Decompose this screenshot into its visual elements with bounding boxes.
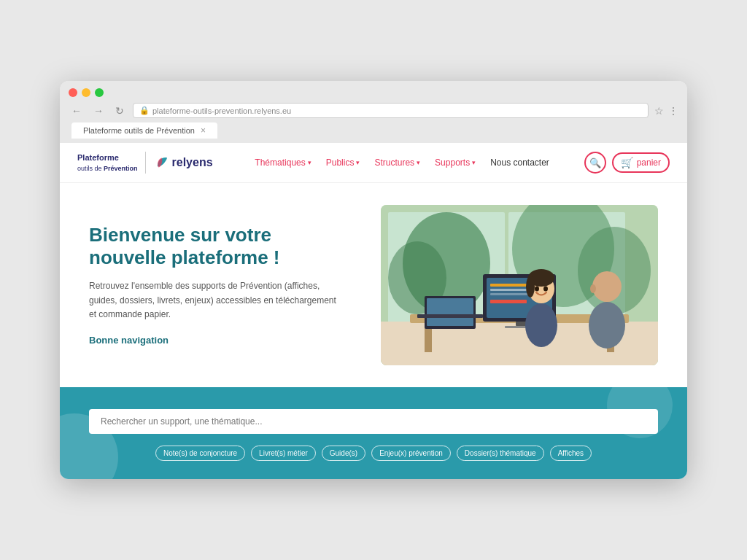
nav-publics[interactable]: Publics ▾ — [320, 155, 366, 171]
hero-text: Bienvenue sur votre nouvelle plateforme … — [89, 224, 359, 346]
browser-dots — [69, 88, 678, 97]
cart-icon: 🛒 — [621, 157, 633, 168]
svg-point-23 — [525, 303, 557, 347]
nav-links: Thématiques ▾ Publics ▾ Structures ▾ Sup… — [235, 155, 570, 171]
hero-title-line1: Bienvenue sur votre — [89, 224, 271, 246]
logo-line1: Plateforme — [77, 153, 119, 162]
svg-point-28 — [543, 287, 548, 292]
relyens-brand-text: relyens — [172, 156, 213, 169]
page-content: Plateforme outils de Prévention relyens — [60, 143, 687, 479]
forward-button[interactable]: → — [90, 104, 107, 118]
logo-text: Plateforme outils de Prévention — [77, 152, 138, 174]
tag-livret-metier[interactable]: Livret(s) métier — [251, 446, 316, 461]
tag-guides[interactable]: Guide(s) — [322, 446, 365, 461]
bookmark-icon[interactable]: ☆ — [654, 105, 664, 117]
tab-title: Plateforme outils de Prévention — [83, 126, 195, 135]
svg-rect-22 — [417, 314, 483, 318]
nav-structures-chevron: ▾ — [417, 159, 420, 166]
svg-point-29 — [589, 302, 625, 349]
svg-point-26 — [526, 276, 535, 298]
lock-icon: 🔒 — [139, 106, 150, 115]
nav-structures[interactable]: Structures ▾ — [368, 155, 426, 171]
tag-dossier-thematique[interactable]: Dossier(s) thématique — [457, 446, 544, 461]
menu-icon[interactable]: ⋮ — [668, 105, 678, 117]
logo-divider — [145, 152, 146, 174]
search-tags: Note(s) de conjoncture Livret(s) métier … — [89, 446, 658, 461]
hero-cta-link[interactable]: Bonne navigation — [89, 335, 169, 346]
tag-note-conjoncture[interactable]: Note(s) de conjoncture — [155, 446, 245, 461]
svg-point-27 — [535, 287, 539, 292]
search-input[interactable] — [89, 409, 658, 434]
tag-affiches[interactable]: Affiches — [550, 446, 592, 461]
cart-label: panier — [637, 158, 661, 168]
tag-enjeux-prevention[interactable]: Enjeu(x) prévention — [371, 446, 451, 461]
logo-relyens: relyens — [153, 155, 213, 171]
back-button[interactable]: ← — [69, 104, 85, 118]
browser-window: ← → ↻ 🔒 plateforme-outils-prevention.rel… — [60, 81, 687, 479]
address-bar[interactable]: 🔒 plateforme-outils-prevention.relyens.e… — [133, 103, 649, 118]
browser-chrome: ← → ↻ 🔒 plateforme-outils-prevention.rel… — [60, 81, 687, 143]
logo-area: Plateforme outils de Prévention relyens — [77, 152, 213, 174]
search-button[interactable]: 🔍 — [584, 152, 606, 174]
tab-bar: Plateforme outils de Prévention × — [69, 122, 678, 139]
nav-supports-label: Supports — [435, 158, 470, 168]
hero-title-line2: nouvelle plateforme ! — [89, 246, 280, 268]
nav-structures-label: Structures — [374, 158, 414, 168]
logo-plateforme: Plateforme outils de Prévention — [77, 152, 138, 174]
hero-image — [381, 205, 658, 365]
cart-button[interactable]: 🛒 panier — [612, 152, 670, 173]
browser-bar: ← → ↻ 🔒 plateforme-outils-prevention.rel… — [69, 103, 678, 118]
relyens-icon — [153, 155, 169, 171]
nav-thematiques-chevron: ▾ — [308, 159, 311, 166]
hero-illustration — [381, 205, 658, 365]
nav-supports[interactable]: Supports ▾ — [429, 155, 481, 171]
active-tab[interactable]: Plateforme outils de Prévention × — [71, 122, 217, 139]
search-icon: 🔍 — [589, 158, 601, 168]
svg-point-31 — [590, 284, 596, 293]
search-section: Note(s) de conjoncture Livret(s) métier … — [60, 387, 687, 479]
refresh-button[interactable]: ↻ — [112, 104, 127, 118]
dot-close[interactable] — [69, 88, 77, 97]
svg-rect-21 — [427, 298, 473, 326]
cart-icon-wrap: 🛒 — [621, 157, 633, 168]
navbar: Plateforme outils de Prévention relyens — [60, 143, 687, 183]
nav-contact[interactable]: Nous contacter — [484, 155, 555, 171]
tab-close-btn[interactable]: × — [201, 125, 206, 136]
nav-publics-label: Publics — [326, 158, 355, 168]
svg-rect-17 — [490, 300, 527, 303]
hero-description: Retrouvez l'ensemble des supports de Pré… — [89, 279, 337, 322]
logo-line2: outils de Prévention — [77, 165, 138, 172]
nav-thematiques-label: Thématiques — [255, 158, 305, 168]
nav-supports-chevron: ▾ — [472, 159, 476, 166]
hero-section: Bienvenue sur votre nouvelle plateforme … — [60, 183, 687, 387]
url-text: plateforme-outils-prevention.relyens.eu — [152, 106, 291, 115]
browser-actions: ☆ ⋮ — [654, 105, 678, 117]
svg-point-7 — [578, 227, 651, 314]
nav-thematiques[interactable]: Thématiques ▾ — [249, 155, 317, 171]
dot-minimize[interactable] — [82, 88, 90, 97]
hero-title: Bienvenue sur votre nouvelle plateforme … — [89, 224, 359, 269]
nav-actions: 🔍 🛒 panier — [584, 152, 670, 174]
dot-fullscreen[interactable] — [95, 88, 104, 97]
svg-point-30 — [592, 271, 622, 302]
nav-publics-chevron: ▾ — [356, 159, 360, 166]
